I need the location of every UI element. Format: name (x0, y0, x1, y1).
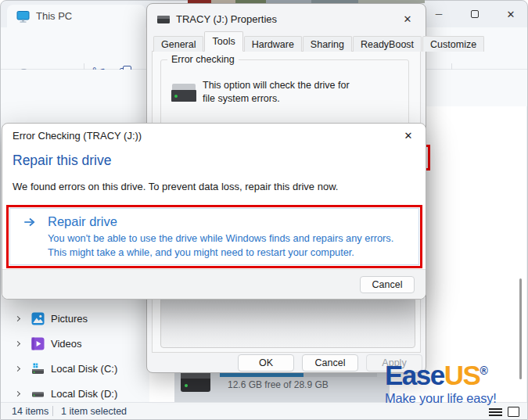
error-dialog-close-button[interactable]: ✕ (399, 127, 418, 143)
registered-mark: ® (480, 364, 487, 377)
tab-general[interactable]: General (153, 36, 203, 52)
maximize-button[interactable] (463, 5, 487, 23)
sidebar-item-pictures[interactable]: Pictures (1, 309, 149, 328)
window-close-button[interactable]: ✕ (499, 5, 523, 23)
error-dialog-title: Error Checking (TRACY (J:)) (13, 130, 142, 142)
easeus-tagline: Make your life easy! (385, 392, 497, 405)
expand-chevron-icon (15, 340, 20, 346)
easeus-logo: EaseUS® (385, 361, 497, 389)
sidebar-item-label: Pictures (51, 313, 88, 325)
explorer-tab-this-pc[interactable]: This PC (7, 5, 145, 27)
monitor-icon (16, 10, 30, 23)
tab-hardware[interactable]: Hardware (244, 36, 302, 52)
screenshot-stage: This PC ─ ✕ New ✂ ••• ← → ↑ (0, 0, 528, 420)
videos-icon (31, 337, 45, 350)
vertical-scrollbar[interactable] (519, 278, 522, 379)
drive-capacity-text: 12.6 GB free of 28.9 GB (228, 379, 329, 390)
details-view-button[interactable] (489, 408, 502, 416)
close-icon: ✕ (404, 130, 413, 142)
tab-title: This PC (36, 10, 72, 22)
lower-group-fragment (160, 297, 415, 348)
status-divider (52, 406, 53, 416)
error-checking-group-label: Error checking (167, 54, 239, 65)
drive-icon (181, 372, 210, 392)
error-checking-group: Error checking This option will check th… (160, 59, 409, 128)
sidebar-item-videos[interactable]: Videos (1, 334, 149, 353)
selection-count: 1 item selected (61, 406, 127, 417)
expand-chevron-icon (15, 365, 20, 371)
error-dialog-heading: Repair this drive (13, 153, 111, 169)
error-dialog-cancel-button[interactable]: Cancel (360, 276, 415, 293)
drive-icon (157, 16, 170, 23)
properties-dialog-title: TRACY (J:) Properties (176, 13, 277, 25)
large-icons-view-button[interactable] (508, 407, 519, 417)
disk-d-icon (31, 387, 45, 400)
sidebar-item-label: Videos (51, 338, 82, 350)
drive-icon (171, 84, 196, 102)
minimize-icon: ─ (436, 9, 443, 20)
properties-close-button[interactable]: ✕ (397, 10, 418, 27)
error-dialog-message: We found errors on this drive. To preven… (13, 181, 338, 192)
tab-customize[interactable]: Customize (422, 36, 484, 52)
close-icon: ✕ (404, 13, 412, 25)
sidebar-item-local-disk-d[interactable]: Local Disk (D:) (1, 384, 149, 403)
expand-chevron-icon (15, 390, 20, 396)
ok-button[interactable]: OK (238, 354, 294, 372)
pictures-icon (31, 312, 45, 325)
minimize-button[interactable]: ─ (427, 5, 451, 23)
disk-c-icon (31, 362, 45, 375)
repair-drive-label: Repair drive (48, 214, 418, 229)
properties-dialog-titlebar: TRACY (J:) Properties (157, 13, 277, 25)
sidebar-item-label: Local Disk (D:) (51, 388, 117, 400)
repair-drive-command-link[interactable]: Repair drive You won't be able to use th… (9, 208, 419, 265)
error-dialog-footer: Cancel (2, 269, 426, 299)
expand-chevron-icon (15, 315, 20, 321)
sidebar-item-label: Local Disk (C:) (51, 363, 117, 375)
error-checking-description: This option will check the drive for fil… (203, 79, 359, 106)
tab-readyboost[interactable]: ReadyBoost (353, 36, 422, 52)
maximize-icon (471, 10, 479, 18)
repair-drive-description: You won't be able to use the drive while… (48, 232, 414, 259)
items-count: 14 items (12, 406, 48, 417)
sidebar-item-local-disk-c[interactable]: Local Disk (C:) (1, 359, 149, 378)
properties-tab-bar: General Tools Hardware Sharing ReadyBoos… (153, 31, 485, 52)
cancel-button[interactable]: Cancel (302, 354, 358, 372)
easeus-watermark: EaseUS® Make your life easy! (385, 361, 497, 405)
close-icon: ✕ (507, 9, 515, 20)
tab-tools[interactable]: Tools (204, 31, 242, 52)
arrow-right-icon (21, 214, 38, 227)
error-checking-dialog: Error Checking (TRACY (J:)) ✕ Repair thi… (2, 123, 426, 300)
tab-sharing[interactable]: Sharing (303, 36, 352, 52)
